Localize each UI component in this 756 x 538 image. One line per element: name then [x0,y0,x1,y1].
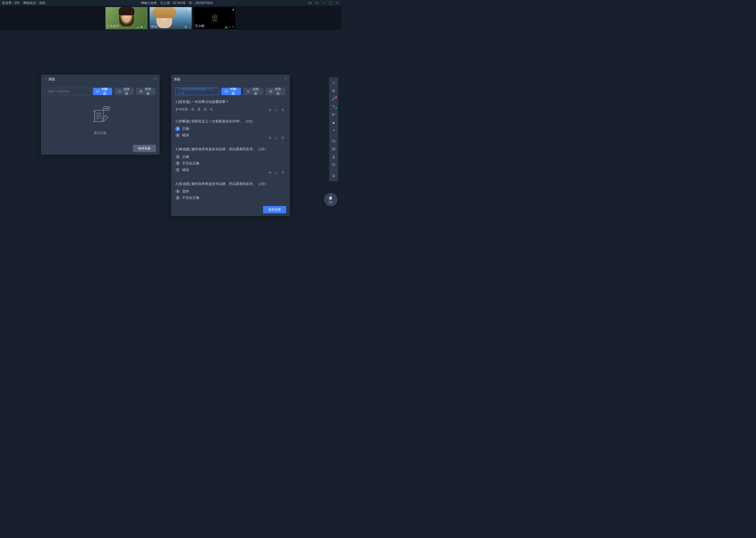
question-option[interactable]: B 不完全正确 [175,195,285,200]
option-label: 错误 [182,133,189,138]
hand-icon [328,196,333,200]
edit-question-icon[interactable] [275,108,278,113]
panel-title: 测验 [48,77,55,82]
svg-rect-39 [332,148,335,150]
packet-loss: 丢包率：0% [2,1,19,5]
option-letter: B [175,133,180,138]
back-button[interactable] [44,77,47,81]
top-status-bar: 丢包率：0% 网络状态：良好 神秘大自然 已上课：02:34:09 ID：202… [0,0,341,6]
question-option[interactable]: A 正确 [175,126,285,131]
close-window-icon[interactable] [336,1,339,5]
eraser-tool-icon[interactable] [330,119,338,126]
move-tool-icon[interactable] [330,87,338,94]
mic-icon [232,26,235,28]
participant-video-strip: 叮当老师 ✕ Nina ✕ 王小明 [0,6,341,30]
move-question-icon[interactable] [268,171,272,175]
elapsed-time: 已上课：02:34:09 [161,1,185,5]
option-label: 不完全正确 [182,161,199,166]
option-letter: C [175,168,180,172]
camera-toggle-icon[interactable] [308,1,312,5]
raise-hand-button[interactable]: 0/2 [324,193,338,206]
toolbox-tool-icon[interactable] [330,145,338,153]
delete-question-icon[interactable] [281,136,285,140]
quiz-panel-empty: 测验 判断题 选择题 简答题 [41,75,160,155]
webcam-icon [184,26,187,28]
close-icon[interactable]: ✕ [188,8,191,12]
question-title: 1 [简答题] 一年四季分别是哪四季？ [175,99,285,105]
svg-point-6 [141,27,142,27]
question-option[interactable]: A 正确 [175,154,285,159]
mic-icon [144,26,147,28]
move-question-icon[interactable] [268,136,272,140]
question-option[interactable]: B 不完全正确 [175,161,285,166]
video-tile-wang[interactable]: ✕ 王小明 [193,7,236,29]
fullscreen-icon[interactable] [329,1,332,5]
edit-question-icon[interactable] [275,136,278,140]
add-tf-question-button[interactable]: 判断题 [221,88,241,95]
svg-point-35 [333,83,334,83]
signal-icon [136,26,139,28]
svg-point-1 [316,2,317,3]
webcam-muted-icon [228,26,231,28]
settings-icon[interactable] [315,1,319,5]
add-choice-question-button[interactable]: 选择题 [115,88,134,95]
question-option[interactable]: A 是的 [175,189,285,193]
user-tool-icon[interactable] [330,153,338,161]
bell-tool-icon[interactable] [330,172,338,179]
save-quiz-button[interactable]: 保存试卷 [263,206,286,213]
video-tile-teacher[interactable]: 叮当老师 [105,7,148,29]
option-letter: A [175,189,180,193]
option-letter: B [175,195,180,200]
svg-point-38 [333,130,334,131]
svg-point-9 [185,27,186,27]
question-list: 1 [简答题] 一年四季分别是哪四季？参考答案：春、夏、秋、冬 2 [判断题] … [175,96,286,201]
add-short-answer-button[interactable]: 简答题 [136,88,155,95]
signal-icon [224,26,227,28]
option-label: 正确 [182,154,189,159]
add-tf-question-button[interactable]: 判断题 [93,88,112,95]
scissors-tool-icon[interactable] [330,111,338,118]
chat-tool-icon[interactable] [330,161,338,168]
quiz-panel-editor: 测验 产品说试卷名称最多十六个字 判断题 选择题 简答题 1 [简答题] 一 [171,75,290,216]
edit-question-icon[interactable] [275,171,278,175]
option-label: 是的 [182,189,189,193]
brightness-tool-icon[interactable] [330,127,338,134]
close-icon[interactable] [284,77,287,81]
course-title: 神秘大自然 [141,1,157,5]
folder-tool-icon[interactable] [330,137,338,145]
save-quiz-button[interactable]: 保存试卷 [133,145,156,152]
session-id: ID：2020070324 [189,1,213,5]
delete-question-icon[interactable] [281,171,285,175]
delete-question-icon[interactable] [281,108,285,113]
svg-point-28 [106,108,107,109]
close-icon[interactable] [154,77,157,81]
option-label: 正确 [182,126,189,131]
network-status: 网络状态：良好 [24,1,45,5]
question-item: 1 [简答题] 一年四季分别是哪四季？参考答案：春、夏、秋、冬 [175,96,285,116]
question-title: 3 [单选题] 施华洛世奇是反华品牌，所以梁鼎琪反华。（2分） [175,146,285,152]
option-letter: A [175,126,180,131]
svg-rect-40 [333,148,334,148]
empty-illustration-icon [88,106,112,127]
quiz-name-input[interactable]: 产品说试卷名称最多十六个字 [175,88,219,95]
text-tool-icon[interactable] [330,103,338,110]
question-item: 3 [单选题] 施华洛世奇是反华品牌，所以梁鼎琪反华。（2分） A 正确 B 不… [175,143,285,178]
svg-point-37 [332,115,333,116]
empty-state: 暂无试题 [45,97,155,142]
webcam-icon [140,26,143,28]
svg-point-41 [333,155,334,157]
svg-rect-0 [309,2,310,4]
option-letter: B [175,161,180,166]
pointer-tool-icon[interactable] [330,79,338,87]
video-tile-nina[interactable]: ✕ Nina [149,7,192,29]
question-title: 4 [多选题] 施华洛世奇是反华品牌，所以梁鼎琪反华。（2分） [175,181,285,187]
svg-point-29 [108,108,109,109]
move-question-icon[interactable] [268,108,272,113]
empty-label: 暂无试题 [94,131,107,135]
close-icon[interactable]: ✕ [232,8,235,12]
pen-tool-icon[interactable] [330,95,338,102]
add-choice-question-button[interactable]: 选择题 [244,88,263,95]
quiz-name-input[interactable] [45,88,90,95]
minimize-icon[interactable] [322,1,325,5]
add-short-answer-button[interactable]: 简答题 [266,88,286,95]
